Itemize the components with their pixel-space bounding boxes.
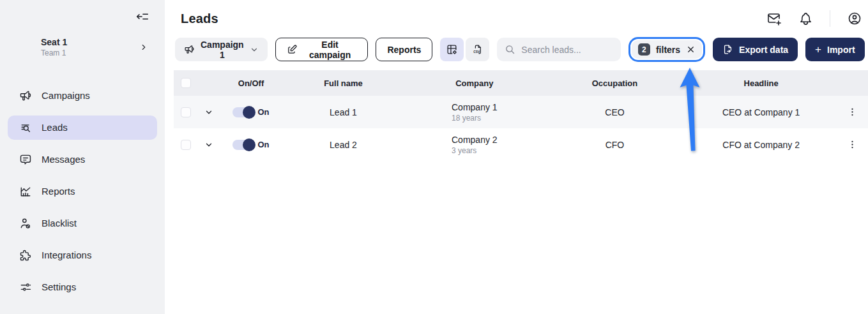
import-label: Import [827, 45, 855, 55]
megaphone-icon [19, 89, 32, 102]
sidebar-item-label: Blacklist [42, 218, 77, 228]
sidebar: Seat 1 Team 1 Campaigns [0, 0, 165, 314]
top-header: Leads [165, 0, 868, 27]
chevron-down-icon [204, 108, 213, 117]
sidebar-item-settings[interactable]: Settings [8, 275, 157, 299]
kebab-menu-icon [847, 107, 858, 117]
sidebar-item-label: Integrations [42, 250, 91, 260]
lead-full-name: Lead 1 [282, 107, 404, 117]
collapse-sidebar-button[interactable] [135, 10, 149, 24]
filters-chip-highlight: 2 filters [628, 37, 705, 62]
filters-chip-label: filters [656, 45, 680, 55]
filters-chip[interactable]: 2 filters [632, 40, 702, 59]
table-header-row: On/Off Full name Company Occupation Head… [174, 70, 868, 96]
chevron-down-icon [204, 140, 213, 149]
sidebar-item-blacklist[interactable]: Blacklist [8, 211, 157, 236]
toggle-state-label: On [257, 140, 269, 149]
lead-occupation: CFO [545, 140, 685, 150]
sidebar-item-label: Campaigns [42, 90, 90, 101]
collapse-sidebar-icon [135, 10, 149, 24]
header-divider [830, 10, 830, 27]
row-menu-button[interactable] [847, 107, 858, 117]
expand-row-button[interactable] [204, 140, 213, 149]
clear-filters-button[interactable] [686, 45, 696, 54]
company-tenure: 18 years [452, 114, 498, 123]
table-view-button[interactable] [440, 38, 464, 61]
sidebar-item-reports[interactable]: Reports [8, 179, 157, 204]
company-name: Company 2 [452, 135, 498, 145]
sidebar-item-label: Leads [42, 122, 68, 133]
notifications-button[interactable] [798, 11, 813, 26]
toggle-track [232, 140, 254, 150]
sidebar-item-label: Reports [42, 186, 75, 197]
reports-button-label: Reports [387, 45, 421, 55]
bar-chart-icon [19, 185, 32, 198]
sidebar-item-campaigns[interactable]: Campaigns [8, 84, 157, 108]
column-header-occupation: Occupation [545, 78, 685, 88]
sliders-icon [19, 281, 32, 294]
lead-headline: CEO at Company 1 [685, 107, 837, 117]
row-menu-button[interactable] [847, 139, 858, 150]
lead-on-off-toggle[interactable]: On [232, 140, 269, 150]
column-header-company: Company [404, 78, 545, 88]
company-tenure: 3 years [452, 146, 498, 155]
sidebar-item-integrations[interactable]: Integrations [8, 243, 157, 267]
sidebar-item-messages[interactable]: Messages [8, 147, 157, 172]
search-leads-input[interactable] [521, 45, 613, 55]
app-window: Seat 1 Team 1 Campaigns [0, 0, 868, 314]
user-avatar-icon [847, 11, 862, 26]
toggle-state-label: On [257, 107, 269, 117]
plus-icon: + [815, 44, 821, 55]
seat-title: Seat 1 [41, 37, 67, 49]
reports-button[interactable]: Reports [376, 38, 432, 61]
page-title: Leads [181, 11, 218, 26]
lead-occupation: CEO [545, 107, 685, 117]
user-blocked-icon [19, 217, 32, 230]
import-button[interactable]: + Import [805, 38, 865, 61]
edit-pencil-icon [287, 44, 298, 55]
column-header-fullname: Full name [282, 78, 404, 88]
main-content: Leads [165, 0, 868, 314]
close-icon [686, 45, 696, 54]
mail-plus-icon [766, 11, 782, 26]
sidebar-nav: Campaigns Leads Messages [0, 84, 165, 299]
search-leads-box [497, 38, 621, 61]
message-icon [19, 153, 32, 166]
lead-company: Company 2 3 years [452, 135, 498, 155]
csv-file-icon: CSV [471, 43, 483, 56]
toolbar: Campaign 1 Edit campaign Reports [165, 27, 868, 62]
puzzle-icon [19, 249, 32, 262]
megaphone-icon [184, 44, 195, 55]
sidebar-item-label: Settings [42, 281, 76, 292]
table-row-lead-2: On Lead 2 Company 2 3 years CFO CFO at C… [174, 128, 868, 161]
csv-view-button[interactable]: CSV [466, 38, 489, 61]
campaign-selector[interactable]: Campaign 1 [175, 38, 268, 61]
new-message-button[interactable] [766, 11, 782, 26]
leads-table: On/Off Full name Company Occupation Head… [174, 70, 868, 161]
seat-subtitle: Team 1 [41, 49, 67, 58]
edit-campaign-button[interactable]: Edit campaign [275, 38, 369, 61]
column-header-onoff: On/Off [220, 78, 282, 88]
export-data-button[interactable]: Export data [713, 38, 798, 61]
export-data-label: Export data [739, 45, 788, 55]
lead-on-off-toggle[interactable]: On [232, 107, 269, 117]
lead-full-name: Lead 2 [282, 140, 404, 150]
view-toggle-group: CSV [440, 38, 489, 61]
list-search-icon [19, 121, 32, 134]
expand-row-button[interactable] [204, 108, 213, 117]
filters-count-badge: 2 [638, 43, 650, 56]
toggle-knob [243, 106, 255, 119]
account-button[interactable] [847, 11, 862, 26]
chevron-down-icon [250, 45, 259, 54]
seat-selector[interactable]: Seat 1 Team 1 [0, 33, 165, 62]
row-checkbox[interactable] [181, 140, 191, 150]
toggle-track [232, 107, 254, 117]
select-all-checkbox[interactable] [181, 78, 191, 88]
row-checkbox[interactable] [181, 107, 191, 117]
table-settings-icon [446, 43, 458, 56]
toggle-knob [243, 138, 255, 151]
company-name: Company 1 [452, 102, 498, 112]
table-row-lead-1: On Lead 1 Company 1 18 years CEO CEO at … [174, 96, 868, 128]
lead-company: Company 1 18 years [452, 102, 498, 123]
sidebar-item-leads[interactable]: Leads [8, 116, 157, 140]
